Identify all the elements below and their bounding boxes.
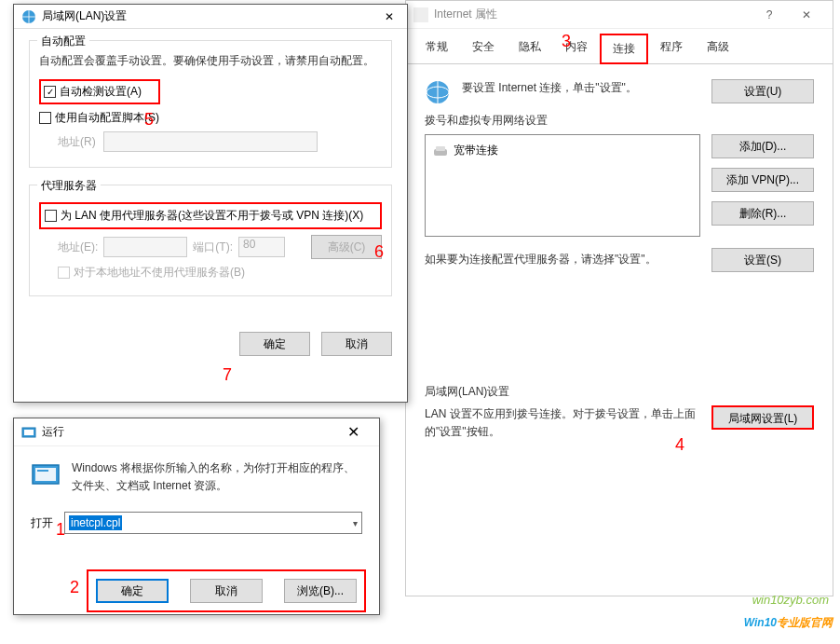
annotation-3: 3 <box>562 32 571 51</box>
proxy-row: 为 LAN 使用代理服务器(这些设置不用于拨号或 VPN 连接)(X) <box>39 202 382 229</box>
svg-rect-11 <box>37 470 48 472</box>
proxy-checkbox[interactable] <box>45 210 57 222</box>
watermark-part1: Win10 <box>744 616 777 629</box>
bypass-checkbox <box>58 267 70 279</box>
annotation-6: 6 <box>374 242 384 262</box>
lan-titlebar: 局域网(LAN)设置 ✕ <box>14 5 407 29</box>
internet-properties-window: Internet 属性 ? ✕ 常规 安全 隐私 内容 连接 程序 高级 3 要… <box>405 0 833 596</box>
settings-button[interactable]: 设置(S) <box>711 248 814 272</box>
watermark: Win10专业版官网 <box>744 610 833 631</box>
run-close-button[interactable]: ✕ <box>334 419 372 445</box>
run-dialog: 运行 ✕ Windows 将根据你所输入的名称，为你打开相应的程序、文件夹、文档… <box>13 418 380 615</box>
proxy-addr-input <box>103 237 187 257</box>
proxy-port-label: 端口(T): <box>193 240 233 255</box>
autodetect-row: 自动检测设置(A) <box>39 79 160 104</box>
lan-group-label: 局域网(LAN)设置 <box>425 384 814 400</box>
annotation-1: 1 <box>56 520 65 540</box>
add-button[interactable]: 添加(D)... <box>711 134 814 158</box>
inet-titlebar: Internet 属性 ? ✕ <box>406 1 833 29</box>
auto-config-group: 自动配置 自动配置会覆盖手动设置。要确保使用手动设置，请禁用自动配置。 自动检测… <box>29 40 392 168</box>
dial-item-label: 宽带连接 <box>454 143 498 158</box>
run-ok-button[interactable]: 确定 <box>96 579 169 603</box>
globe-icon <box>425 79 451 105</box>
close-button[interactable]: ✕ <box>788 2 825 28</box>
svg-rect-8 <box>24 430 34 435</box>
run-input-value: inetcpl.cpl <box>69 515 122 530</box>
annotation-2: 2 <box>70 578 79 597</box>
dial-group-label: 拨号和虚拟专用网络设置 <box>425 113 814 129</box>
lan-close-button[interactable]: ✕ <box>379 10 400 23</box>
tab-privacy[interactable]: 隐私 <box>507 33 553 63</box>
chevron-down-icon[interactable]: ▾ <box>353 518 358 528</box>
proxy-group: 代理服务器 为 LAN 使用代理服务器(这些设置不用于拨号或 VPN 连接)(X… <box>29 185 392 296</box>
bypass-label: 对于本地地址不使用代理服务器(B) <box>74 265 245 281</box>
watermark-part2: 专业版官网 <box>777 616 833 629</box>
tab-security[interactable]: 安全 <box>460 33 507 63</box>
add-vpn-button[interactable]: 添加 VPN(P)... <box>711 168 814 192</box>
lan-description: LAN 设置不应用到拨号连接。对于拨号设置，单击上面的"设置"按钮。 <box>425 405 711 441</box>
proxy-group-title: 代理服务器 <box>37 178 101 194</box>
proxy-note: 如果要为连接配置代理服务器，请选择"设置"。 <box>425 251 711 268</box>
run-description: Windows 将根据你所输入的名称，为你打开相应的程序、文件夹、文档或 Int… <box>72 459 362 495</box>
annotation-4: 4 <box>675 435 684 455</box>
svg-rect-0 <box>413 7 428 22</box>
lan-settings-icon <box>21 9 36 24</box>
address-input <box>103 131 318 152</box>
autoscript-checkbox[interactable] <box>39 112 51 124</box>
watermark-url: win10zyb.com <box>752 593 829 607</box>
annotation-7: 7 <box>223 365 232 385</box>
help-button[interactable]: ? <box>751 2 788 28</box>
proxy-addr-label: 地址(E): <box>58 240 98 255</box>
run-icon-small <box>21 425 36 440</box>
tabs: 常规 安全 隐私 内容 连接 程序 高级 <box>406 29 833 64</box>
autodetect-label: 自动检测设置(A) <box>60 84 142 100</box>
lan-settings-button[interactable]: 局域网设置(L) <box>711 405 814 430</box>
annotation-5: 5 <box>144 110 154 130</box>
run-title: 运行 <box>42 424 334 440</box>
lan-title: 局域网(LAN)设置 <box>42 8 379 24</box>
address-label: 地址(R) <box>58 134 96 150</box>
inet-title: Internet 属性 <box>434 7 751 22</box>
run-titlebar: 运行 ✕ <box>14 418 379 446</box>
inet-icon <box>413 7 428 22</box>
setup-button[interactable]: 设置(U) <box>711 79 814 103</box>
advanced-button: 高级(C) <box>311 235 382 259</box>
modem-icon <box>433 145 448 157</box>
open-label: 打开 <box>31 515 53 531</box>
dial-item[interactable]: 宽带连接 <box>431 141 694 160</box>
autoscript-row: 使用自动配置脚本(S) <box>39 110 382 126</box>
tab-advanced[interactable]: 高级 <box>695 33 741 63</box>
autodetect-checkbox[interactable] <box>44 86 56 98</box>
tab-connections[interactable]: 连接 <box>600 34 648 64</box>
run-combobox[interactable]: inetcpl.cpl ▾ <box>64 512 362 534</box>
proxy-label: 为 LAN 使用代理服务器(这些设置不用于拨号或 VPN 连接)(X) <box>61 208 363 224</box>
conn-description: 要设置 Internet 连接，单击"设置"。 <box>462 79 700 97</box>
auto-config-desc: 自动配置会覆盖手动设置。要确保使用手动设置，请禁用自动配置。 <box>39 52 382 70</box>
tab-general[interactable]: 常规 <box>413 33 460 63</box>
tab-content[interactable]: 内容 <box>553 33 600 63</box>
auto-config-title: 自动配置 <box>37 34 89 49</box>
lan-ok-button[interactable]: 确定 <box>239 332 310 356</box>
run-browse-button[interactable]: 浏览(B)... <box>284 579 357 603</box>
tab-programs[interactable]: 程序 <box>648 33 695 63</box>
remove-button[interactable]: 删除(R)... <box>711 201 814 226</box>
proxy-port-input: 80 <box>238 237 285 257</box>
run-icon <box>31 459 61 489</box>
inet-body: 要设置 Internet 连接，单击"设置"。 设置(U) 拨号和虚拟专用网络设… <box>406 64 833 474</box>
run-cancel-button[interactable]: 取消 <box>190 579 263 603</box>
svg-rect-5 <box>436 146 445 151</box>
lan-cancel-button[interactable]: 取消 <box>321 332 392 356</box>
dial-listbox[interactable]: 宽带连接 <box>425 134 700 237</box>
bypass-row: 对于本地地址不使用代理服务器(B) <box>58 265 382 281</box>
lan-settings-dialog: 局域网(LAN)设置 ✕ 自动配置 自动配置会覆盖手动设置。要确保使用手动设置，… <box>13 4 408 403</box>
